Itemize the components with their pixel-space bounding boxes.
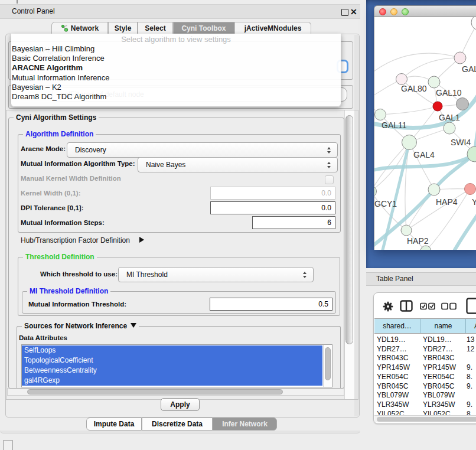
network-edge-highlighted[interactable]	[455, 212, 476, 250]
outer-vscrollbar-thumb[interactable]	[345, 115, 353, 344]
collapsed-panel-icon[interactable]	[3, 440, 13, 450]
table-row[interactable]: YBR043CYBR043C	[374, 354, 476, 363]
cyni-settings-group-title: Cyni Algorithm Settings	[14, 113, 99, 122]
which-threshold-combo[interactable]: MI Threshold	[118, 267, 314, 282]
mi-steps-field[interactable]: 6	[252, 216, 335, 229]
mi-steps-label: Mutual Information Steps:	[21, 219, 105, 226]
table-row[interactable]: YER054CYER054C8.	[374, 373, 476, 382]
network-node-gal1[interactable]	[433, 102, 442, 111]
table-panel-header[interactable]: Table Panel	[366, 272, 476, 286]
close-traffic-light[interactable]	[379, 8, 386, 15]
sources-collapse-icon[interactable]	[131, 323, 136, 328]
network-edge[interactable]	[374, 53, 460, 73]
algorithm-option[interactable]: ARACNE Algorithm	[11, 63, 341, 73]
algorithm-option[interactable]: Mutual Information Inference	[11, 73, 341, 83]
network-node[interactable]	[457, 98, 469, 110]
tab-select[interactable]: Select	[138, 22, 173, 34]
tab-jactivemnodules[interactable]: jActiveMNodules	[234, 22, 311, 34]
attribute-list-vscrollbar[interactable]	[323, 345, 332, 387]
unselect-all-checks-icon[interactable]	[441, 302, 457, 312]
close-window-icon[interactable]: ✕	[350, 7, 357, 17]
control-panel-titlebar[interactable]: Control Panel ✕	[0, 4, 360, 19]
table-row[interactable]: YPR145WYPR145W9.	[374, 363, 476, 373]
tab-style[interactable]: Style	[108, 22, 138, 34]
network-edge[interactable]	[380, 106, 438, 115]
network-node-swi4[interactable]	[444, 122, 455, 134]
table-function-icon[interactable]	[466, 298, 476, 317]
network-node-label: GAL7	[462, 64, 476, 74]
apply-button-label: Apply	[170, 400, 190, 409]
kernel-width-label: Kernel Width (0,1):	[21, 190, 80, 197]
splitter-tick[interactable]	[17, 0, 18, 4]
network-window-titlebar[interactable]	[374, 5, 476, 17]
network-node-gal10[interactable]	[428, 76, 440, 88]
bottom-tab-discretize-data[interactable]: Discretize Data	[142, 418, 213, 431]
dpi-tolerance-field[interactable]: 0.0	[210, 201, 335, 214]
table-header-row: shared…nameA	[374, 318, 476, 334]
table-panel-title: Table Panel	[376, 275, 413, 283]
table-cell: YDL19…	[423, 335, 452, 345]
network-node-gal80[interactable]	[396, 74, 407, 85]
bottom-tab-label: Discretize Data	[152, 420, 203, 428]
network-node-gal4[interactable]	[402, 135, 417, 150]
hub-expand-icon[interactable]	[139, 237, 144, 243]
select-all-checks-icon[interactable]	[420, 302, 436, 312]
network-canvas[interactable]: GAL7GAL80GAL10GAL1GAL11GAL4SWI4GCY1HAP4Y…	[374, 17, 476, 250]
network-node-label: GCY1	[374, 199, 397, 208]
outer-vscrollbar[interactable]	[344, 110, 354, 399]
algorithm-option[interactable]: Dream8 DC_TDC Algorithm	[11, 92, 341, 102]
attribute-list-item[interactable]: SelfLoops	[22, 345, 322, 356]
table-row[interactable]: YDL19…YDL19…13	[374, 335, 476, 345]
table-card: shared…nameA YDL19…YDL19…13YDR27…YDR27…1…	[373, 292, 476, 424]
bottom-tab-impute-data[interactable]: Impute Data	[86, 418, 142, 431]
bottom-tab-infer-network[interactable]: Infer Network	[213, 418, 277, 431]
table-column-header[interactable]: A	[465, 319, 476, 333]
zoom-traffic-light[interactable]	[402, 8, 409, 15]
attribute-list-item[interactable]: TopologicalCoefficient	[22, 356, 322, 366]
network-node[interactable]	[471, 17, 476, 30]
table-row[interactable]: YDR27…YDR27…12	[374, 345, 476, 354]
attribute-list-item[interactable]: BetweennessCentrality	[22, 366, 322, 376]
table-row[interactable]: YBR045CYBR045C9.	[374, 382, 476, 392]
table-column-header[interactable]: name	[420, 319, 466, 333]
network-node-gal7[interactable]	[454, 52, 466, 64]
table-cell: YER054C	[423, 373, 454, 382]
tab-network[interactable]: Network	[51, 22, 108, 34]
float-window-icon[interactable]	[341, 9, 348, 16]
hub-definition-label[interactable]: Hub/Transcription Factor Definition	[21, 236, 130, 244]
manual-kernel-checkbox[interactable]	[325, 175, 334, 184]
table-column-header[interactable]: shared…	[374, 319, 420, 333]
algorithm-option[interactable]: Bayesian – Hill Climbing	[11, 44, 341, 54]
apply-button[interactable]: Apply	[161, 398, 200, 411]
network-node-hap2[interactable]	[401, 225, 412, 236]
algorithm-option[interactable]: Bayesian – K2	[11, 83, 341, 92]
aracne-mode-combo[interactable]: Discovery	[67, 142, 338, 158]
table-cell: YPR145W	[423, 363, 456, 373]
attribute-list-vscrollbar-thumb[interactable]	[325, 347, 331, 380]
attribute-list-item[interactable]: gal4RGexp	[22, 376, 322, 386]
table-hscrollbar-thumb[interactable]	[377, 417, 476, 422]
table-cell: 9.	[467, 400, 472, 410]
bottom-tab-label: Impute Data	[94, 420, 135, 428]
tab-label: Select	[145, 24, 165, 32]
kernel-width-field[interactable]: 0.0	[210, 187, 335, 200]
minimize-traffic-light[interactable]	[390, 8, 397, 15]
outer-hscrollbar-thumb[interactable]	[27, 389, 283, 394]
table-row[interactable]: YBL079WYBL079W	[374, 391, 476, 400]
mi-type-combo[interactable]: Naive Bayes	[138, 157, 338, 172]
which-threshold-label: Which threshold to use:	[40, 270, 118, 278]
table-hscrollbar[interactable]	[374, 415, 476, 422]
algorithm-option[interactable]: Basic Correlation Inference	[11, 54, 341, 63]
outer-hscrollbar[interactable]	[7, 388, 344, 396]
network-node-gal11[interactable]	[375, 109, 386, 120]
table-columns-icon[interactable]	[400, 300, 413, 314]
table-settings-gear-icon[interactable]	[382, 301, 394, 314]
mi-threshold-field[interactable]: 0.5	[210, 298, 332, 311]
network-node-y[interactable]	[465, 184, 476, 195]
network-edge[interactable]	[402, 58, 460, 79]
network-node-hap4[interactable]	[428, 184, 440, 195]
tab-cyni-toolbox[interactable]: Cyni Toolbox	[173, 22, 234, 34]
table-row[interactable]: YLR345WYLR345W9.	[374, 400, 476, 410]
mi-threshold-group-title: MI Threshold Definition	[27, 287, 110, 295]
sources-group-title[interactable]: Sources for Network Inference	[22, 322, 139, 330]
